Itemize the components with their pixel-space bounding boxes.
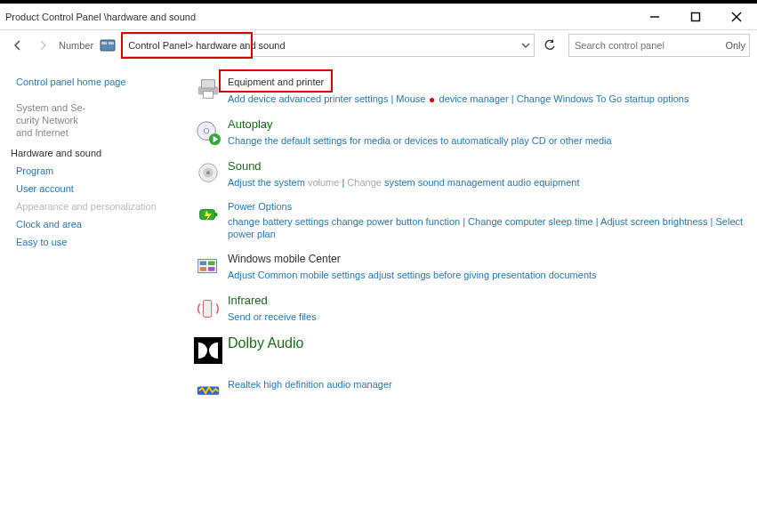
- category-row-power: Power Options change battery settings ch…: [190, 201, 753, 240]
- svg-rect-17: [215, 213, 218, 216]
- window-buttons: [634, 4, 757, 30]
- search-suffix: Only: [725, 40, 749, 51]
- highlight-box-heading: [219, 69, 333, 93]
- category-row-devices: Equipment and printer Add device advance…: [190, 73, 753, 105]
- infrared-sublinks[interactable]: Send or receive files: [228, 310, 753, 323]
- refresh-button[interactable]: [540, 35, 560, 56]
- titlebar: Product Control Panel \hardware and soun…: [0, 4, 757, 30]
- devices-sublinks[interactable]: Add device advanced printer settings | M…: [228, 93, 753, 105]
- realtek-heading[interactable]: Realtek high definition audio manager: [228, 378, 753, 391]
- category-row-dolby: Dolby Audio: [190, 335, 753, 364]
- autoplay-heading[interactable]: Autoplay: [228, 117, 753, 131]
- svg-rect-8: [202, 80, 215, 88]
- text: and Internet: [16, 127, 68, 138]
- navbar: Number Control Panel> hardware and sound…: [0, 30, 757, 60]
- dolby-icon: [190, 335, 226, 364]
- sidebar-item-appearance[interactable]: Appearance and personalization: [16, 201, 187, 212]
- mobility-icon: [190, 253, 226, 281]
- mobility-heading[interactable]: Windows mobile Center: [228, 253, 753, 265]
- sound-sublinks[interactable]: Adjust the system volume | Change system…: [228, 176, 753, 189]
- sidebar-item-user-account[interactable]: User account: [16, 183, 187, 194]
- svg-rect-1: [692, 12, 700, 20]
- svg-rect-4: [101, 40, 115, 51]
- svg-point-15: [206, 171, 210, 174]
- text: System and Se-: [16, 102, 85, 113]
- svg-rect-5: [101, 42, 107, 44]
- infrared-heading[interactable]: Infrared: [228, 294, 753, 307]
- category-row-autoplay: Autoplay Change the default settings for…: [190, 117, 753, 147]
- svg-point-11: [204, 128, 209, 133]
- content: Equipment and printer Add device advance…: [187, 60, 757, 532]
- body: Control panel home page System and Se- c…: [0, 60, 757, 532]
- svg-rect-23: [203, 301, 211, 318]
- sound-icon: [190, 159, 226, 189]
- sound-heading[interactable]: Sound: [228, 159, 753, 173]
- back-button[interactable]: [7, 35, 28, 56]
- search-box[interactable]: Only: [568, 34, 750, 57]
- sidebar-item-clock[interactable]: Clock and area: [16, 219, 187, 230]
- devices-heading[interactable]: Equipment and printer: [228, 77, 324, 87]
- sidebar-group-system[interactable]: System and Se- curity Network and Intern…: [16, 101, 187, 139]
- svg-rect-19: [200, 262, 207, 266]
- category-row-realtek: Realtek high definition audio manager: [190, 376, 753, 405]
- window-title: Product Control Panel \hardware and soun…: [0, 12, 634, 22]
- realtek-icon: [190, 376, 226, 405]
- svg-rect-6: [109, 42, 114, 44]
- search-input[interactable]: [569, 40, 725, 51]
- autoplay-icon: [190, 117, 226, 147]
- infrared-icon: [190, 294, 226, 323]
- control-panel-icon: [99, 36, 117, 54]
- sidebar-item-program[interactable]: Program: [16, 165, 187, 176]
- category-row-infrared: Infrared Send or receive files: [190, 294, 753, 323]
- svg-rect-22: [208, 267, 215, 271]
- address-text[interactable]: Control Panel> hardware and sound: [123, 40, 518, 51]
- svg-rect-20: [208, 262, 215, 266]
- maximize-button[interactable]: [675, 4, 716, 30]
- address-dropdown-icon[interactable]: [518, 35, 534, 56]
- autoplay-sublinks[interactable]: Change the default settings for media or…: [228, 134, 753, 147]
- bullet-icon: [430, 98, 434, 102]
- sidebar-current-category: Hardware and sound: [11, 148, 187, 158]
- svg-rect-21: [200, 267, 207, 271]
- address-bar[interactable]: Control Panel> hardware and sound: [122, 34, 535, 57]
- power-heading[interactable]: Power Options: [228, 201, 753, 212]
- sidebar-home-link[interactable]: Control panel home page: [16, 77, 187, 87]
- minimize-button[interactable]: [634, 4, 675, 30]
- category-row-sound: Sound Adjust the system volume | Change …: [190, 159, 753, 189]
- close-button[interactable]: [716, 4, 757, 30]
- nav-label: Number: [59, 40, 93, 51]
- mobility-sublinks[interactable]: Adjust Common mobile settings adjust set…: [228, 269, 753, 281]
- dolby-heading[interactable]: Dolby Audio: [228, 335, 753, 351]
- svg-rect-9: [203, 92, 213, 99]
- sidebar-item-easy[interactable]: Easy to use: [16, 237, 187, 247]
- text: curity Network: [16, 115, 78, 125]
- category-row-mobility: Windows mobile Center Adjust Common mobi…: [190, 253, 753, 281]
- sidebar: Control panel home page System and Se- c…: [0, 60, 187, 532]
- power-icon: [190, 201, 226, 240]
- forward-button[interactable]: [32, 35, 53, 56]
- power-sublinks[interactable]: change battery settings change power but…: [228, 215, 753, 240]
